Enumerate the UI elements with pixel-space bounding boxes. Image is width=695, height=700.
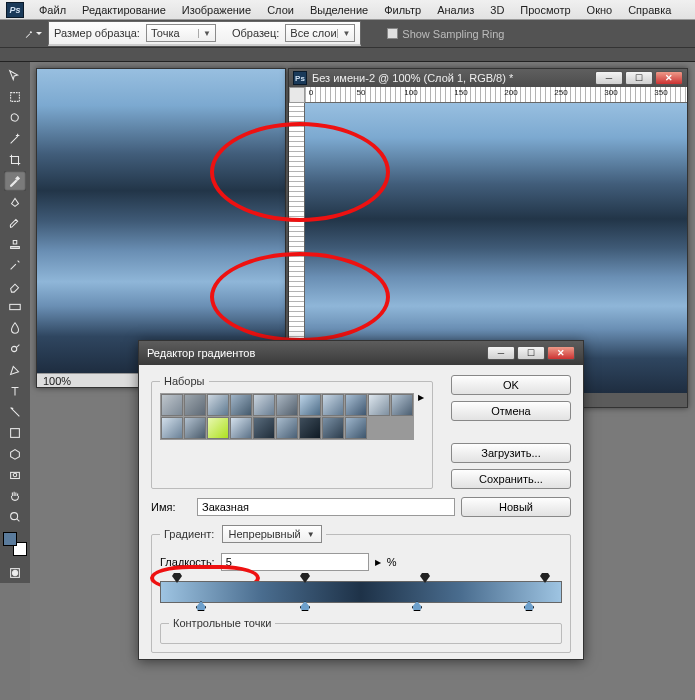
- preset-swatch[interactable]: [322, 394, 344, 416]
- menu-help[interactable]: Справка: [621, 3, 678, 17]
- horizontal-ruler[interactable]: 0 50 100 150 200 250 300 350: [305, 87, 687, 103]
- pen-tool[interactable]: [4, 360, 26, 380]
- heal-tool[interactable]: [4, 192, 26, 212]
- dialog-titlebar[interactable]: Редактор градиентов ─ ☐ ✕: [139, 341, 583, 365]
- svg-point-5: [13, 473, 17, 477]
- preset-swatch[interactable]: [207, 417, 229, 439]
- wand-tool[interactable]: [4, 129, 26, 149]
- sample-combo[interactable]: Все слои▼: [285, 24, 355, 42]
- preset-swatch[interactable]: [299, 394, 321, 416]
- opacity-stop[interactable]: [420, 573, 430, 583]
- minimize-button[interactable]: ─: [595, 71, 623, 85]
- opacity-stop[interactable]: [300, 573, 310, 583]
- blur-tool[interactable]: [4, 318, 26, 338]
- preset-swatch[interactable]: [276, 417, 298, 439]
- 3d-tool[interactable]: [4, 444, 26, 464]
- svg-point-2: [12, 346, 17, 351]
- presets-label: Наборы: [160, 375, 209, 387]
- smoothness-flyout-icon[interactable]: ▶: [375, 558, 381, 567]
- color-stop[interactable]: [300, 601, 310, 611]
- preset-swatch[interactable]: [230, 394, 252, 416]
- cancel-button[interactable]: Отмена: [451, 401, 571, 421]
- gradient-bar[interactable]: [160, 581, 562, 603]
- maximize-button[interactable]: ☐: [625, 71, 653, 85]
- dialog-minimize-button[interactable]: ─: [487, 346, 515, 360]
- opacity-stop[interactable]: [172, 573, 182, 583]
- camera-tool[interactable]: [4, 465, 26, 485]
- show-sampling-ring-check[interactable]: Show Sampling Ring: [387, 28, 504, 40]
- history-brush-tool[interactable]: [4, 255, 26, 275]
- load-button[interactable]: Загрузить...: [451, 443, 571, 463]
- doc2-titlebar[interactable]: Ps Без имени-2 @ 100% (Слой 1, RGB/8) * …: [289, 69, 687, 87]
- save-button[interactable]: Сохранить...: [451, 469, 571, 489]
- menu-filter[interactable]: Фильтр: [377, 3, 428, 17]
- color-stop[interactable]: [524, 601, 534, 611]
- gradient-type-combo[interactable]: Непрерывный▼: [222, 525, 322, 543]
- marquee-tool[interactable]: [4, 87, 26, 107]
- menu-view[interactable]: Просмотр: [513, 3, 577, 17]
- preset-swatch[interactable]: [184, 394, 206, 416]
- preset-swatch[interactable]: [253, 394, 275, 416]
- eraser-tool[interactable]: [4, 276, 26, 296]
- lasso-tool[interactable]: [4, 108, 26, 128]
- stamp-tool[interactable]: [4, 234, 26, 254]
- menu-edit[interactable]: Редактирование: [75, 3, 173, 17]
- preset-swatch[interactable]: [230, 417, 252, 439]
- menu-select[interactable]: Выделение: [303, 3, 375, 17]
- name-input[interactable]: [197, 498, 455, 516]
- ok-button[interactable]: OK: [451, 375, 571, 395]
- menu-analysis[interactable]: Анализ: [430, 3, 481, 17]
- dodge-tool[interactable]: [4, 339, 26, 359]
- optbox: Размер образца: Точка▼ Образец: Все слои…: [48, 21, 361, 46]
- preset-grid[interactable]: [160, 393, 414, 440]
- preset-swatch[interactable]: [276, 394, 298, 416]
- zoom-tool[interactable]: [4, 507, 26, 527]
- close-button[interactable]: ✕: [655, 71, 683, 85]
- annotation-ellipse-1: [210, 122, 390, 222]
- brush-tool[interactable]: [4, 213, 26, 233]
- dialog-title: Редактор градиентов: [147, 347, 255, 359]
- shape-tool[interactable]: [4, 423, 26, 443]
- menu-image[interactable]: Изображение: [175, 3, 258, 17]
- hand-tool[interactable]: [4, 486, 26, 506]
- preset-swatch[interactable]: [345, 417, 367, 439]
- preset-swatch[interactable]: [207, 394, 229, 416]
- ps-icon: Ps: [293, 71, 307, 85]
- menu-layers[interactable]: Слои: [260, 3, 301, 17]
- preset-swatch[interactable]: [184, 417, 206, 439]
- app-logo: Ps: [6, 2, 24, 18]
- preset-swatch[interactable]: [161, 417, 183, 439]
- color-stop[interactable]: [412, 601, 422, 611]
- eyedropper-tool[interactable]: [4, 171, 26, 191]
- preset-swatch[interactable]: [253, 417, 275, 439]
- color-stop[interactable]: [196, 601, 206, 611]
- menu-file[interactable]: Файл: [32, 3, 73, 17]
- preset-swatch[interactable]: [161, 394, 183, 416]
- opacity-stop[interactable]: [540, 573, 550, 583]
- preset-swatch[interactable]: [368, 394, 390, 416]
- svg-rect-3: [11, 429, 20, 438]
- svg-point-6: [11, 513, 18, 520]
- crop-tool[interactable]: [4, 150, 26, 170]
- path-tool[interactable]: [4, 402, 26, 422]
- percent-label: %: [387, 556, 397, 568]
- preset-flyout-icon[interactable]: ▶: [418, 393, 424, 402]
- preset-swatch[interactable]: [322, 417, 344, 439]
- new-button[interactable]: Новый: [461, 497, 571, 517]
- svg-rect-0: [11, 93, 20, 102]
- menu-window[interactable]: Окно: [580, 3, 620, 17]
- move-tool[interactable]: [4, 66, 26, 86]
- eyedropper-icon[interactable]: [24, 25, 42, 43]
- preset-swatch[interactable]: [299, 417, 321, 439]
- type-tool[interactable]: [4, 381, 26, 401]
- quickmask-tool[interactable]: [4, 563, 26, 583]
- sample-size-label: Размер образца:: [54, 27, 140, 39]
- color-swatches[interactable]: [3, 532, 27, 556]
- sample-size-combo[interactable]: Точка▼: [146, 24, 216, 42]
- menu-3d[interactable]: 3D: [483, 3, 511, 17]
- dialog-maximize-button[interactable]: ☐: [517, 346, 545, 360]
- preset-swatch[interactable]: [391, 394, 413, 416]
- gradient-tool[interactable]: [4, 297, 26, 317]
- preset-swatch[interactable]: [345, 394, 367, 416]
- dialog-close-button[interactable]: ✕: [547, 346, 575, 360]
